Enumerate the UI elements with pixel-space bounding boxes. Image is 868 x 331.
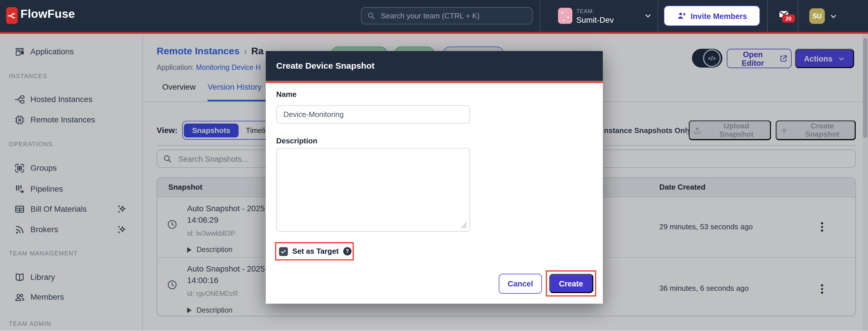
team-name[interactable]: Sumit-Dev — [577, 16, 614, 24]
check-icon — [280, 248, 287, 254]
user-menu-chevron-down-icon[interactable] — [829, 12, 838, 20]
modal-header: Create Device Snapshot — [266, 51, 603, 81]
cancel-button[interactable]: Cancel — [499, 274, 542, 294]
search-icon — [367, 11, 375, 20]
navbar-divider — [539, 0, 540, 32]
help-icon[interactable]: ? — [343, 247, 351, 255]
create-button[interactable]: Create — [549, 274, 593, 293]
modal-title: Create Device Snapshot — [276, 61, 374, 71]
create-device-snapshot-modal: Create Device Snapshot Name Description … — [266, 51, 603, 303]
team-avatar[interactable] — [558, 8, 572, 24]
description-label: Description — [276, 137, 317, 145]
set-as-target-label: Set as Target — [292, 247, 339, 255]
team-label: TEAM: — [577, 8, 594, 15]
brand-title: FlowFuse — [20, 7, 75, 20]
navbar-red-accent-line — [0, 32, 868, 34]
snapshot-description-textarea[interactable] — [276, 148, 470, 231]
modal-red-accent-bar — [266, 81, 603, 83]
invite-members-button[interactable]: Invite Members — [663, 5, 760, 26]
flowfuse-app: FlowFuse TEAM: Sumit-Dev Invite Members … — [0, 0, 868, 331]
set-as-target-annotation-box: Set as Target ? — [275, 242, 353, 260]
navbar-divider — [658, 0, 658, 32]
notification-count-badge: 20 — [782, 15, 795, 23]
user-avatar[interactable]: SU — [809, 8, 825, 24]
team-chevron-down-icon[interactable] — [644, 12, 652, 19]
person-plus-icon — [677, 11, 686, 21]
snapshot-name-input[interactable] — [276, 105, 470, 123]
resize-handle-icon[interactable] — [460, 221, 467, 229]
team-search-box[interactable] — [361, 7, 532, 24]
set-as-target-checkbox[interactable] — [279, 247, 288, 256]
navbar-divider — [798, 0, 798, 32]
flowfuse-logo-icon[interactable] — [6, 7, 18, 24]
create-annotation-box: Create — [546, 270, 596, 297]
navbar-divider — [767, 0, 768, 32]
team-search-input[interactable] — [380, 11, 520, 21]
top-navbar: FlowFuse TEAM: Sumit-Dev Invite Members … — [0, 0, 868, 32]
name-label: Name — [276, 90, 297, 99]
